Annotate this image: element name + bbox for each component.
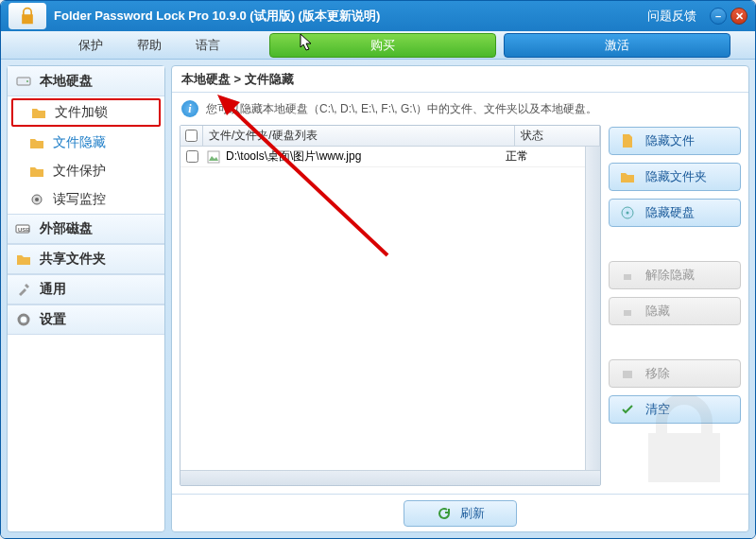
disk-icon [619,204,636,221]
file-icon [619,132,636,149]
tools-icon [15,281,32,298]
refresh-icon [436,505,453,522]
buy-button[interactable]: 购买 [269,33,496,58]
row-checkbox[interactable] [180,150,203,163]
sidebar-section-shared[interactable]: 共享文件夹 [8,244,164,274]
header-checkbox[interactable] [180,126,203,146]
svg-point-1 [26,80,28,82]
content-pane: 本地硬盘 > 文件隐藏 i 您可以隐藏本地硬盘（C:\, D:\, E:\, F… [171,65,749,532]
sidebar-item-rw-monitor[interactable]: 读写监控 [8,185,164,214]
svg-point-7 [22,318,26,322]
hide-folder-button[interactable]: 隐藏文件夹 [609,163,741,191]
hide-disk-button[interactable]: 隐藏硬盘 [609,199,741,227]
monitor-icon [28,191,45,208]
svg-text:USB: USB [18,227,30,233]
menubar: 保护 帮助 语言 购买 激活 [1,31,755,60]
lock-icon [18,7,37,26]
folder-hide-icon [28,134,45,151]
svg-rect-12 [624,274,631,280]
activate-button[interactable]: 激活 [504,33,730,58]
breadcrumb: 本地硬盘 > 文件隐藏 [172,66,748,93]
window-title: Folder Password Lock Pro 10.9.0 (试用版) (版… [54,8,647,25]
content-footer: 刷新 [172,494,748,531]
minimize-button[interactable]: – [710,8,727,25]
hide-icon [619,303,636,320]
hide-button: 隐藏 [609,297,741,325]
svg-point-3 [35,198,39,201]
folder-icon [619,168,636,185]
hint-text: 您可以隐藏本地硬盘（C:\, D:\, E:\, F:\, G:\）中的文件、文… [206,101,597,117]
sidebar-section-external[interactable]: USB 外部磁盘 [8,214,164,244]
refresh-button[interactable]: 刷新 [404,500,517,527]
row-path: D:\tools\桌面\图片\www.jpg [226,148,361,165]
clear-button[interactable]: 清空 [609,395,741,424]
sidebar-item-file-protect[interactable]: 文件保护 [8,157,164,185]
folder-lock-icon [30,104,47,121]
info-icon: i [181,100,198,117]
buy-label: 购买 [370,37,395,54]
svg-rect-13 [624,310,631,316]
main-body: 本地硬盘 文件加锁 文件隐藏 文件保护 读写监控 USB 外部磁盘 [1,60,755,538]
usb-icon: USB [15,220,32,237]
sidebar-item-file-hide[interactable]: 文件隐藏 [8,129,164,157]
unhide-button: 解除隐藏 [609,261,741,289]
sidebar: 本地硬盘 文件加锁 文件隐藏 文件保护 读写监控 USB 外部磁盘 [7,65,165,532]
row-status: 正常 [500,148,585,165]
header-col-status[interactable]: 状态 [515,126,600,146]
app-window: Folder Password Lock Pro 10.9.0 (试用版) (版… [0,0,756,539]
menu-help[interactable]: 帮助 [120,31,179,59]
cursor-icon [299,32,316,53]
activate-label: 激活 [605,37,629,54]
gear-icon [15,311,32,328]
disk-icon [15,73,32,90]
remove-button: 移除 [609,359,741,388]
svg-point-11 [627,212,629,215]
list-header: 文件/文件夹/硬盘列表 状态 [180,126,600,147]
menu-protect[interactable]: 保护 [61,31,120,59]
app-logo [9,3,46,29]
check-icon [619,401,636,418]
sidebar-section-local-disk[interactable]: 本地硬盘 [8,66,164,96]
feedback-link[interactable]: 问题反馈 [647,8,696,25]
unlock-icon [619,267,636,284]
titlebar: Folder Password Lock Pro 10.9.0 (试用版) (版… [1,1,755,31]
horizontal-scrollbar[interactable] [180,470,600,485]
sidebar-item-file-lock[interactable]: 文件加锁 [11,98,161,127]
close-button[interactable]: ✕ [730,8,747,25]
svg-rect-14 [623,371,632,378]
folder-protect-icon [28,163,45,180]
shared-folder-icon [15,251,32,268]
list-row[interactable]: D:\tools\桌面\图片\www.jpg 正常 [180,147,585,167]
vertical-scrollbar[interactable] [585,147,600,470]
list-body: D:\tools\桌面\图片\www.jpg 正常 [180,147,585,470]
hint-bar: i 您可以隐藏本地硬盘（C:\, D:\, E:\, F:\, G:\）中的文件… [172,93,748,125]
remove-icon [619,365,636,382]
image-file-icon [205,148,222,165]
sidebar-section-settings[interactable]: 设置 [8,304,164,335]
header-col-path[interactable]: 文件/文件夹/硬盘列表 [203,126,515,146]
hide-file-button[interactable]: 隐藏文件 [609,127,741,155]
sidebar-section-general[interactable]: 通用 [8,274,164,304]
file-list: 文件/文件夹/硬盘列表 状态 D:\tools\桌面\图片\www.jpg [180,125,601,486]
action-panel: 隐藏文件 隐藏文件夹 隐藏硬盘 解除隐藏 [609,125,741,486]
svg-rect-8 [208,151,219,163]
menu-language[interactable]: 语言 [179,31,237,59]
